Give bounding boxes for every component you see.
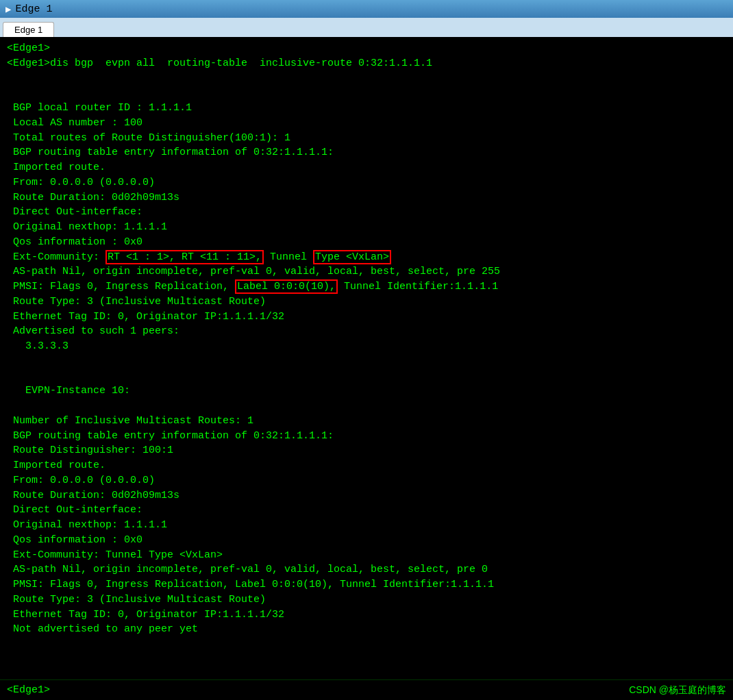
line-qos2: Qos information : 0x0 — [7, 533, 726, 548]
title-bar-icon: ▶ — [5, 3, 11, 15]
line-ethernet-tag: Ethernet Tag ID: 0, Originator IP:1.1.1.… — [7, 310, 726, 325]
line-total-routes: Total routes of Route Distinguisher(100:… — [7, 131, 726, 146]
line-blank-3 — [7, 354, 726, 369]
line-not-advertised: Not advertised to any peer yet — [7, 622, 726, 637]
line-imported2: Imported route. — [7, 458, 726, 473]
line-aspath: AS-path Nil, origin incomplete, pref-val… — [7, 264, 726, 279]
line-blank-1 — [7, 71, 726, 86]
line-blank-2 — [7, 86, 726, 101]
terminal: <Edge1> <Edge1>dis bgp evpn all routing-… — [0, 37, 733, 679]
title-bar-text: Edge 1 — [15, 3, 52, 15]
line-routetype: Route Type: 3 (Inclusive Multicast Route… — [7, 295, 726, 310]
line-qos: Qos information : 0x0 — [7, 235, 726, 250]
line-bgp-id: BGP local router ID : 1.1.1.1 — [7, 101, 726, 116]
status-prompt: <Edge1> — [7, 684, 50, 696]
highlight-type: Type <VxLan> — [313, 250, 391, 264]
title-bar: ▶ Edge 1 — [0, 0, 733, 18]
line-advertised: Advertised to such 1 peers: — [7, 324, 726, 339]
line-blank-5 — [7, 399, 726, 414]
line-ext-community: Ext-Community: RT <1 : 1>, RT <11 : 11>,… — [7, 250, 726, 265]
line-bgp-entry2: BGP routing table entry information of 0… — [7, 429, 726, 444]
line-pmsi2: PMSI: Flags 0, Ingress Replication, Labe… — [7, 577, 726, 592]
line-num-inclusive: Number of Inclusive Multicast Routes: 1 — [7, 414, 726, 429]
line-2: <Edge1>dis bgp evpn all routing-table in… — [7, 56, 726, 71]
tab-bar: Edge 1 — [0, 18, 733, 37]
line-peer: 3.3.3.3 — [7, 339, 726, 354]
line-as: Local AS number : 100 — [7, 116, 726, 131]
watermark: CSDN @杨玉庭的博客 — [629, 684, 726, 697]
line-ethernet2: Ethernet Tag ID: 0, Originator IP:1.1.1.… — [7, 608, 726, 623]
line-duration2: Route Duration: 0d02h09m13s — [7, 488, 726, 503]
line-1: <Edge1> — [7, 41, 726, 56]
line-nexthop: Original nexthop: 1.1.1.1 — [7, 220, 726, 235]
line-rd: Route Distinguisher: 100:1 — [7, 443, 726, 458]
line-aspath2: AS-path Nil, origin incomplete, pref-val… — [7, 562, 726, 577]
line-blank-4 — [7, 369, 726, 384]
line-routetype2: Route Type: 3 (Inclusive Multicast Route… — [7, 592, 726, 608]
line-imported: Imported route. — [7, 160, 726, 175]
line-duration: Route Duration: 0d02h09m13s — [7, 190, 726, 205]
line-nexthop2: Original nexthop: 1.1.1.1 — [7, 518, 726, 533]
line-from2: From: 0.0.0.0 (0.0.0.0) — [7, 473, 726, 488]
line-bgp-entry: BGP routing table entry information of 0… — [7, 145, 726, 160]
line-from: From: 0.0.0.0 (0.0.0.0) — [7, 175, 726, 190]
line-evpn: EVPN-Instance 10: — [7, 384, 726, 399]
line-direct: Direct Out-interface: — [7, 205, 726, 220]
highlight-rt: RT <1 : 1>, RT <11 : 11>, — [105, 250, 264, 264]
line-ext2: Ext-Community: Tunnel Type <VxLan> — [7, 548, 726, 563]
status-bar: <Edge1> CSDN @杨玉庭的博客 — [0, 679, 733, 700]
highlight-label: Label 0:0:0(10), — [235, 279, 338, 294]
tab-edge1[interactable]: Edge 1 — [3, 22, 54, 37]
line-direct2: Direct Out-interface: — [7, 503, 726, 518]
line-pmsi: PMSI: Flags 0, Ingress Replication, Labe… — [7, 279, 726, 295]
